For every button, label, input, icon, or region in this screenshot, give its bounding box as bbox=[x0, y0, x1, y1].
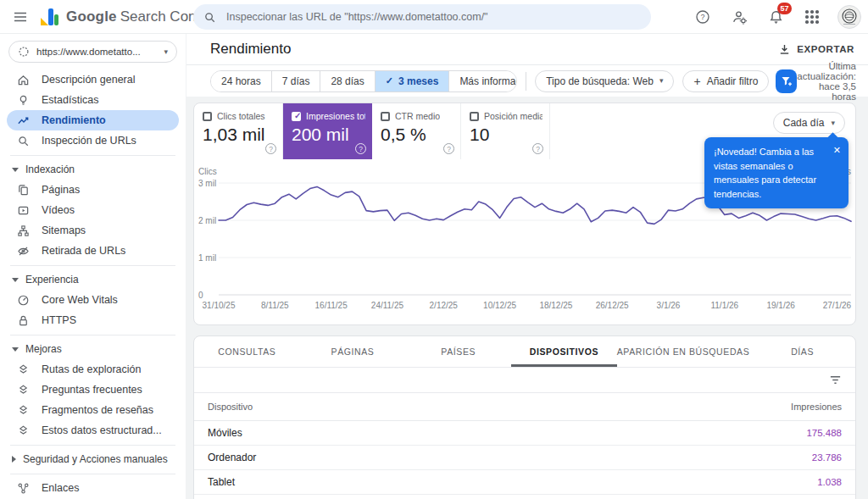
tab-pages[interactable]: PÁGINAS bbox=[300, 336, 406, 367]
page-title: Rendimiento bbox=[210, 41, 778, 58]
column-device: Dispositivo bbox=[208, 402, 253, 412]
sidebar-item-overview[interactable]: Descripción general bbox=[7, 69, 179, 90]
export-button[interactable]: EXPORTAR bbox=[778, 43, 854, 56]
chevron-down-icon bbox=[12, 168, 19, 172]
metric-average-position[interactable]: Posición media 10 bbox=[461, 103, 550, 159]
tab-countries[interactable]: PAÍSES bbox=[405, 336, 511, 367]
notifications-bell-icon[interactable]: 57 bbox=[765, 6, 787, 28]
svg-text:1 mil: 1 mil bbox=[198, 253, 216, 263]
tab-dates[interactable]: DÍAS bbox=[749, 336, 855, 367]
tab-devices[interactable]: DISPOSITIVOS bbox=[511, 336, 617, 367]
table-row-desktop[interactable]: Ordenador 23.786 bbox=[194, 446, 855, 470]
sidebar-item-faq[interactable]: Preguntas frecuentes bbox=[7, 380, 179, 400]
sidebar-item-pages[interactable]: Páginas bbox=[7, 180, 179, 200]
svg-text:24/11/25: 24/11/25 bbox=[371, 301, 404, 310]
user-settings-icon[interactable] bbox=[728, 6, 750, 28]
url-inspection-search-bar[interactable] bbox=[193, 4, 651, 30]
table-row-tablet[interactable]: Tablet 1.038 bbox=[194, 470, 855, 495]
home-icon bbox=[17, 74, 30, 86]
chevron-down-icon: ▾ bbox=[831, 119, 835, 127]
sidebar-item-https[interactable]: HTTPS bbox=[7, 310, 179, 330]
top-bar: GoogleSearch Console ? 57 bbox=[0, 0, 868, 34]
property-icon bbox=[18, 46, 30, 58]
sidebar-divider bbox=[10, 335, 175, 335]
metric-total-impressions[interactable]: Impresiones total... 200 mil bbox=[283, 103, 372, 159]
compare-filter-button[interactable] bbox=[776, 69, 797, 93]
help-icon[interactable] bbox=[265, 143, 276, 154]
sidebar-item-url-inspection[interactable]: Inspección de URLs bbox=[7, 130, 179, 151]
chevron-down-icon: ▾ bbox=[164, 48, 168, 56]
tab-queries[interactable]: CONSULTAS bbox=[194, 336, 300, 367]
layers-icon bbox=[17, 384, 30, 396]
hamburger-menu-icon[interactable] bbox=[3, 0, 37, 34]
table-toolbar bbox=[194, 368, 855, 393]
range-7d-button[interactable]: 7 días bbox=[271, 71, 320, 91]
svg-text:11/1/26: 11/1/26 bbox=[710, 301, 738, 310]
help-icon[interactable] bbox=[532, 143, 543, 154]
sidebar-item-insights[interactable]: Estadísticas bbox=[7, 90, 179, 110]
range-28d-button[interactable]: 28 días bbox=[320, 71, 374, 91]
search-type-chip[interactable]: Tipo de búsqueda: Web ▾ bbox=[535, 70, 674, 92]
svg-text:26/12/25: 26/12/25 bbox=[596, 301, 629, 310]
add-filter-chip[interactable]: + Añadir filtro bbox=[682, 70, 769, 92]
sidebar-item-breadcrumbs[interactable]: Rutas de exploración bbox=[7, 359, 179, 380]
close-icon[interactable] bbox=[833, 143, 841, 158]
performance-chart-card: Clics totales 1,03 mil Impresiones total… bbox=[193, 103, 856, 325]
sidebar-item-review-snippets[interactable]: Fragmentos de reseñas bbox=[7, 400, 179, 420]
account-avatar[interactable] bbox=[837, 5, 861, 29]
svg-text:8/11/25: 8/11/25 bbox=[261, 301, 289, 310]
svg-text:19/1/26: 19/1/26 bbox=[766, 301, 795, 310]
sidebar-divider bbox=[10, 474, 175, 474]
pages-icon bbox=[17, 184, 30, 197]
range-3m-button[interactable]: 3 meses bbox=[375, 71, 449, 91]
google-apps-grid-icon[interactable] bbox=[801, 6, 823, 28]
metric-value: 200 mil bbox=[292, 125, 365, 145]
svg-text:18/12/25: 18/12/25 bbox=[539, 301, 572, 310]
metric-average-ctr[interactable]: CTR medio 0,5 % bbox=[372, 103, 461, 159]
sidebar-section-experience[interactable]: Experiencia bbox=[0, 269, 186, 290]
checkbox-unchecked[interactable] bbox=[203, 112, 212, 121]
layers-icon bbox=[17, 363, 30, 376]
svg-text:3/1/26: 3/1/26 bbox=[657, 301, 681, 310]
table-row-mobile[interactable]: Móviles 175.488 bbox=[194, 421, 855, 446]
checkbox-unchecked[interactable] bbox=[381, 112, 390, 121]
property-selector[interactable]: https://www.dometatto... ▾ bbox=[8, 41, 177, 63]
gauge-icon bbox=[17, 294, 30, 307]
sidebar-item-removals[interactable]: Retirada de URLs bbox=[7, 241, 179, 261]
sidebar-item-sitemaps[interactable]: Sitemaps bbox=[7, 220, 179, 241]
sidebar-item-performance[interactable]: Rendimiento bbox=[7, 110, 179, 130]
sidebar-item-videos[interactable]: Vídeos bbox=[7, 200, 179, 220]
sidebar-item-core-web-vitals[interactable]: Core Web Vitals bbox=[7, 290, 179, 310]
help-icon[interactable] bbox=[355, 143, 366, 154]
sidebar-section-enhancements[interactable]: Mejoras bbox=[0, 339, 186, 359]
download-icon bbox=[778, 43, 791, 56]
help-icon[interactable] bbox=[443, 143, 454, 154]
dimensions-table-card: CONSULTAS PÁGINAS PAÍSES DISPOSITIVOS AP… bbox=[193, 335, 856, 499]
help-icon[interactable]: ? bbox=[692, 6, 714, 28]
sidebar-section-indexing[interactable]: Indexación bbox=[0, 159, 186, 180]
svg-text:Clics: Clics bbox=[198, 167, 217, 176]
range-24h-button[interactable]: 24 horas bbox=[211, 71, 271, 91]
granularity-dropdown[interactable]: Cada día ▾ bbox=[773, 112, 845, 134]
svg-text:0: 0 bbox=[198, 291, 203, 300]
svg-text:?: ? bbox=[700, 13, 704, 21]
filter-list-icon[interactable] bbox=[829, 374, 842, 386]
table-header: Dispositivo Impresiones bbox=[194, 393, 855, 421]
brand-google: Google bbox=[66, 8, 117, 25]
novelty-tooltip: ¡Novedad! Cambia a las vistas semanales … bbox=[704, 137, 849, 208]
checkbox-checked[interactable] bbox=[292, 112, 301, 121]
svg-text:2 mil: 2 mil bbox=[198, 216, 216, 225]
sidebar-section-security[interactable]: Seguridad y Acciones manuales bbox=[0, 449, 186, 469]
sidebar-item-structured-data[interactable]: Estos datos estructurad... bbox=[7, 420, 179, 441]
sidebar-divider bbox=[10, 265, 175, 266]
sidebar-item-links[interactable]: Enlaces bbox=[7, 478, 179, 498]
plus-icon: + bbox=[693, 75, 700, 88]
filters-bar: 24 horas 7 días 28 días 3 meses Más info… bbox=[186, 65, 868, 97]
search-icon bbox=[203, 11, 216, 24]
tab-search-appearance[interactable]: APARICIÓN EN BÚSQUEDAS bbox=[617, 336, 750, 367]
range-more-button[interactable]: Más información▾ bbox=[448, 71, 517, 91]
metric-total-clicks[interactable]: Clics totales 1,03 mil bbox=[194, 103, 283, 159]
url-inspection-input[interactable] bbox=[225, 10, 641, 24]
sitemaps-icon bbox=[17, 225, 30, 237]
checkbox-unchecked[interactable] bbox=[470, 112, 479, 121]
